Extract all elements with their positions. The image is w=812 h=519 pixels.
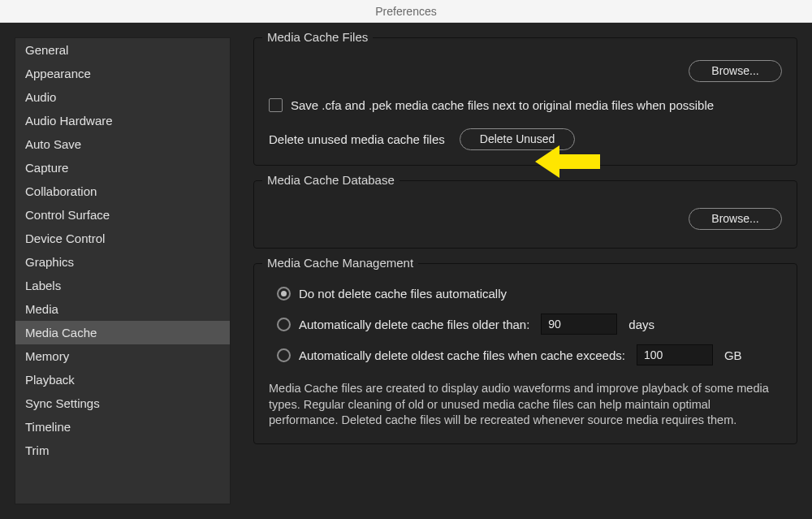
- delete-unused-button[interactable]: Delete Unused: [460, 128, 576, 150]
- group-title-media-cache-management: Media Cache Management: [262, 256, 418, 270]
- browse-cache-files-button[interactable]: Browse...: [689, 60, 782, 82]
- sidebar-item-timeline[interactable]: Timeline: [15, 415, 230, 439]
- sidebar-item-device-control[interactable]: Device Control: [15, 227, 230, 250]
- sidebar-item-audio[interactable]: Audio: [15, 85, 230, 109]
- radio-do-not-delete[interactable]: [277, 287, 291, 301]
- sidebar-item-sync-settings[interactable]: Sync Settings: [15, 391, 230, 415]
- sidebar-item-media[interactable]: Media: [15, 297, 230, 321]
- radio-do-not-delete-label: Do not delete cache files automatically: [299, 287, 507, 301]
- sidebar-item-appearance[interactable]: Appearance: [15, 62, 230, 85]
- browse-cache-database-button[interactable]: Browse...: [689, 208, 782, 230]
- sidebar-item-capture[interactable]: Capture: [15, 156, 230, 179]
- save-next-to-original-label: Save .cfa and .pek media cache files nex…: [291, 98, 714, 112]
- sidebar-item-media-cache[interactable]: Media Cache: [15, 321, 230, 344]
- gb-unit-label: GB: [724, 348, 742, 362]
- group-media-cache-files: Media Cache Files Browse... Save .cfa an…: [253, 37, 797, 166]
- sidebar-item-labels[interactable]: Labels: [15, 274, 230, 297]
- window-title: Preferences: [375, 5, 436, 18]
- preferences-content: Media Cache Files Browse... Save .cfa an…: [231, 37, 797, 504]
- save-next-to-original-checkbox[interactable]: [269, 98, 283, 112]
- group-title-media-cache-database: Media Cache Database: [262, 173, 400, 187]
- sidebar-item-graphics[interactable]: Graphics: [15, 250, 230, 274]
- sidebar-item-control-surface[interactable]: Control Surface: [15, 203, 230, 227]
- sidebar-item-trim[interactable]: Trim: [15, 439, 230, 462]
- sidebar-item-audio-hardware[interactable]: Audio Hardware: [15, 109, 230, 132]
- radio-delete-older-than[interactable]: [277, 318, 291, 331]
- sidebar-item-general[interactable]: General: [15, 38, 230, 62]
- sidebar-item-collaboration[interactable]: Collaboration: [15, 179, 230, 203]
- group-title-media-cache-files: Media Cache Files: [262, 30, 373, 44]
- sidebar-item-auto-save[interactable]: Auto Save: [15, 132, 230, 156]
- sidebar-item-memory[interactable]: Memory: [15, 344, 230, 368]
- preferences-workspace: General Appearance Audio Audio Hardware …: [0, 23, 812, 519]
- radio-delete-when-exceeds[interactable]: [277, 348, 291, 362]
- delete-older-than-days-input[interactable]: [541, 314, 617, 335]
- cache-size-limit-input[interactable]: [637, 344, 713, 365]
- group-media-cache-management: Media Cache Management Do not delete cac…: [253, 263, 797, 444]
- preferences-sidebar: General Appearance Audio Audio Hardware …: [15, 37, 231, 504]
- titlebar: Preferences: [0, 0, 812, 23]
- cache-management-help-text: Media Cache files are created to display…: [269, 381, 782, 429]
- group-media-cache-database: Media Cache Database Browse...: [253, 180, 797, 249]
- radio-delete-older-than-label: Automatically delete cache files older t…: [299, 318, 529, 331]
- delete-unused-label: Delete unused media cache files: [269, 132, 445, 146]
- radio-delete-when-exceeds-label: Automatically delete oldest cache files …: [299, 348, 625, 362]
- days-unit-label: days: [628, 318, 654, 331]
- sidebar-item-playback[interactable]: Playback: [15, 368, 230, 391]
